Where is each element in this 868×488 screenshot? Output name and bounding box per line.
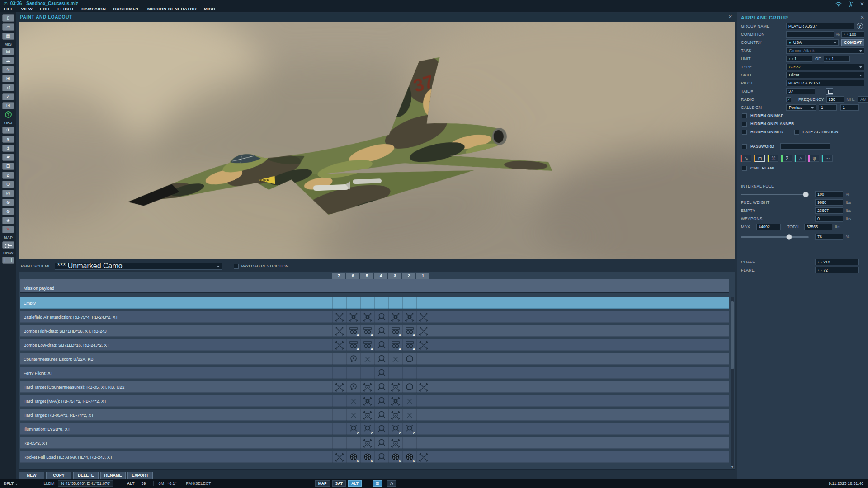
wifi-icon[interactable] <box>835 1 842 7</box>
airplane-icon[interactable]: ✈ <box>2 127 14 134</box>
loadout-row[interactable]: Countermeasures Escort: U/22A, KB <box>20 353 729 365</box>
callsign-number2-input[interactable] <box>840 104 859 111</box>
total-weight-slider[interactable] <box>741 236 809 238</box>
camera-view-icon[interactable]: ▥ <box>373 480 382 487</box>
unit-count-stepper[interactable]: ‹›1 <box>786 56 812 62</box>
internal-fuel-slider[interactable] <box>741 194 809 195</box>
compass-icon[interactable]: ◔ <box>387 480 396 487</box>
target-icon[interactable]: ◎ <box>2 190 14 197</box>
rename-button[interactable]: RENAME <box>100 472 126 479</box>
triggered-actions-icon[interactable]: ⊡ <box>2 102 14 109</box>
total-pct-input[interactable] <box>815 234 843 240</box>
empty-weight-input[interactable] <box>815 207 843 214</box>
scroll-down-icon[interactable]: ▾ <box>730 465 735 469</box>
delete-icon[interactable]: ✕ <box>2 226 14 233</box>
radio-checkbox[interactable]: ✓ <box>786 97 791 102</box>
internal-fuel-input[interactable] <box>815 191 843 197</box>
actions-tool-button[interactable]: ⌘ <box>767 155 778 162</box>
fuel-weight-input[interactable] <box>815 199 843 206</box>
condition-stepper[interactable]: ‹›100 <box>841 31 864 38</box>
pilot-input[interactable] <box>786 80 864 86</box>
late-activation-checkbox[interactable] <box>794 130 799 135</box>
helicopter-icon[interactable]: ⋇ <box>2 136 14 143</box>
map-key-icon[interactable] <box>2 241 14 249</box>
export-button[interactable]: EXPORT <box>127 472 153 479</box>
modulation-dropdown[interactable]: AM <box>858 96 868 103</box>
menu-mission-generator[interactable]: MISSION GENERATOR <box>147 6 197 11</box>
loadout-row[interactable]: Empty <box>20 297 729 309</box>
airplane-group-close-icon[interactable]: ✕ <box>860 14 864 20</box>
group-select-tool-button[interactable]: ◻ <box>754 155 765 162</box>
fly-mission-icon[interactable]: ↑ <box>2 111 14 118</box>
loadout-row[interactable]: Hard Target (Countermeasures): RB-05, XT… <box>20 381 729 393</box>
password-input[interactable] <box>780 143 830 150</box>
more-tool-button[interactable]: ⋯ <box>821 155 833 162</box>
payload-tool-button[interactable]: △ <box>794 155 806 162</box>
map-mode-alt-button[interactable]: ALT <box>348 480 362 487</box>
coord-format-label[interactable]: LLDM <box>43 481 54 486</box>
zone-icon[interactable]: ⊗ <box>2 199 14 206</box>
vehicle-icon[interactable]: ▰ <box>2 154 14 161</box>
skill-dropdown[interactable]: Client <box>786 72 864 78</box>
save-mission-icon[interactable]: ▦ <box>2 33 14 40</box>
table-scrollbar[interactable] <box>731 297 734 468</box>
ruler-icon[interactable]: ⊢⊣ <box>2 257 14 264</box>
open-mission-icon[interactable]: ▱ <box>2 23 14 31</box>
app-close-icon[interactable]: ✕ <box>860 1 864 7</box>
flare-stepper[interactable]: ‹›72 <box>815 267 859 273</box>
group-name-input[interactable] <box>786 23 854 29</box>
combat-button[interactable]: COMBAT <box>841 39 864 46</box>
weather-icon[interactable]: ☁ <box>2 57 14 64</box>
template-icon[interactable]: ⌂ <box>2 172 14 179</box>
broadcast-tower-icon[interactable] <box>848 1 854 7</box>
callsign-dropdown[interactable]: Pontiac <box>786 104 816 111</box>
chaff-stepper[interactable]: ‹›210 <box>815 259 859 265</box>
hidden-on-map-checkbox[interactable] <box>742 113 747 118</box>
loadout-row[interactable]: Hard Target: RB-05A*2, RB-74*2, XT <box>20 409 729 421</box>
weapons-weight-input[interactable] <box>815 216 843 222</box>
condition-input[interactable] <box>786 31 834 38</box>
total-weight-input[interactable] <box>804 224 832 230</box>
password-checkbox[interactable] <box>742 144 747 149</box>
ship-icon[interactable]: ⚓ <box>2 145 14 152</box>
loadout-row[interactable]: Ferry Flight: XT <box>20 367 729 379</box>
loadout-row[interactable]: Rocket Full Load HE: ARAK HE*4, RB-24J, … <box>20 451 729 463</box>
shapes-icon[interactable]: ◈ <box>2 217 14 224</box>
briefing-icon[interactable]: ▤ <box>2 48 14 55</box>
frequency-input[interactable] <box>826 96 844 103</box>
loadout-row[interactable]: Hard Target (MAV): RB-75T*2, RB-74*2, XT <box>20 395 729 407</box>
menu-file[interactable]: FILE <box>4 6 14 11</box>
mission-options-icon[interactable]: ⊞ <box>2 75 14 82</box>
delete-button[interactable]: DELETE <box>73 472 99 479</box>
menu-flight[interactable]: FLIGHT <box>57 6 74 11</box>
menu-edit[interactable]: EDIT <box>40 6 50 11</box>
loadout-row[interactable]: Bombs Low-drag: SB71LD*16, RB-24J*2, XT4… <box>20 339 729 351</box>
static-object-icon[interactable]: ⊟ <box>2 163 14 170</box>
unit-total-stepper[interactable]: ‹›1 <box>824 56 850 62</box>
paste-icon[interactable] <box>826 88 833 95</box>
profile-dropdown[interactable]: DFLT ⌄ <box>4 481 18 486</box>
callsign-number1-input[interactable] <box>819 104 837 111</box>
summary-tool-button[interactable]: Σ <box>781 155 792 162</box>
task-dropdown[interactable]: Ground Attack <box>786 47 864 54</box>
new-mission-icon[interactable]: ▯ <box>2 14 14 22</box>
map-mode-map-button[interactable]: MAP <box>315 480 330 487</box>
radio-tool-button[interactable]: ψ <box>808 155 819 162</box>
paint-scheme-dropdown[interactable]: *** Unmarked Camo <box>55 263 222 270</box>
triggers-icon[interactable]: ∿ <box>2 66 14 73</box>
map-mode-sat-button[interactable]: SAT <box>332 480 346 487</box>
copy-button[interactable]: COPY <box>46 472 71 479</box>
country-dropdown[interactable]: ● USA <box>786 39 839 46</box>
tail-number-input[interactable] <box>786 88 815 94</box>
panel-close-icon[interactable]: ✕ <box>728 14 732 20</box>
menu-customize[interactable]: CUSTOMIZE <box>113 6 140 11</box>
payload-restriction-checkbox[interactable] <box>234 264 239 269</box>
mission-goals-icon[interactable]: ✓ <box>2 93 14 100</box>
loadout-row[interactable]: Battlefield Air Interdiction: RB-75*4, R… <box>20 311 729 323</box>
aircraft-3d-viewport[interactable]: FARA 37 <box>19 22 735 259</box>
hidden-on-mfd-checkbox[interactable] <box>742 130 747 135</box>
menu-view[interactable]: VIEW <box>21 6 33 11</box>
loadout-row[interactable]: Illumination: LYSB*8, XT2222 <box>20 423 729 435</box>
mission-payload-row[interactable]: Mission payload <box>20 279 729 293</box>
type-dropdown[interactable]: AJS37 <box>786 64 864 70</box>
